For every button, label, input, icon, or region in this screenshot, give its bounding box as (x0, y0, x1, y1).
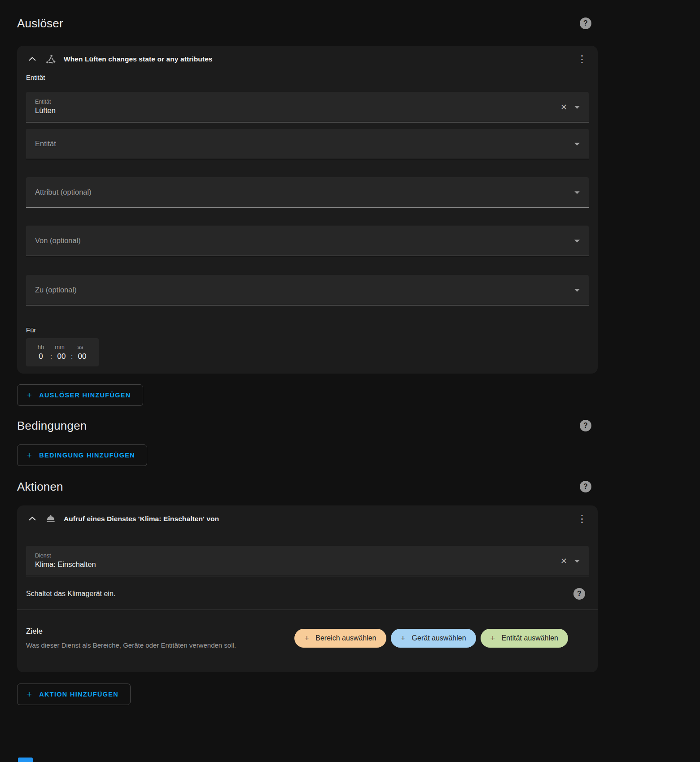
triggers-help-icon[interactable]: ? (580, 17, 591, 29)
action-card-header: Aufruf eines Dienstes 'Klima: Einschalte… (26, 505, 589, 525)
service-help-icon[interactable]: ? (573, 588, 585, 600)
duration-label: Für (26, 326, 589, 334)
seconds-input[interactable]: 00 (74, 352, 91, 361)
clear-service-icon[interactable]: ✕ (560, 557, 567, 565)
service-call-icon (45, 513, 57, 525)
actions-heading-row: Aktionen ? (17, 479, 598, 495)
action-overflow-menu-icon[interactable]: ⋮ (575, 514, 589, 524)
targets-section: Ziele Was dieser Dienst als Bereiche, Ge… (26, 627, 589, 649)
collapse-chevron-up-icon[interactable] (26, 513, 39, 525)
conditions-heading-row: Bedingungen ? (17, 418, 598, 434)
choose-area-button[interactable]: + Bereich auswählen (294, 629, 386, 648)
triggers-heading-row: Auslöser ? (17, 15, 598, 31)
service-field-value: Klima: Einschalten (35, 559, 556, 569)
plus-icon: + (26, 450, 32, 461)
entity-empty-dropdown-icon[interactable] (574, 143, 580, 145)
plus-icon: + (304, 633, 309, 643)
divider (17, 610, 598, 610)
from-select-field[interactable]: Von (optional) (26, 226, 589, 256)
trigger-overflow-menu-icon[interactable]: ⋮ (575, 54, 589, 64)
entity-picker-field[interactable]: Entität Lüften ✕ (26, 92, 589, 122)
service-description-row: Schaltet das Klimagerät ein. ? (26, 588, 589, 600)
actions-heading: Aktionen (17, 480, 63, 494)
entity-field-value: Lüften (35, 105, 556, 115)
hours-unit-label: hh (32, 344, 49, 350)
attribute-select-field[interactable]: Attribut (optional) (26, 177, 589, 208)
attribute-label: Attribut (optional) (35, 188, 556, 196)
seconds-unit-label: ss (70, 344, 91, 350)
trigger-card-header: When Lüften changes state or any attribu… (26, 46, 589, 65)
from-label: Von (optional) (35, 236, 556, 245)
add-condition-button[interactable]: + BEDINGUNG HINZUFÜGEN (17, 444, 147, 466)
trigger-card: When Lüften changes state or any attribu… (17, 46, 598, 374)
conditions-help-icon[interactable]: ? (580, 420, 591, 431)
targets-title: Ziele (26, 627, 236, 636)
choose-device-button[interactable]: + Gerät auswählen (391, 629, 476, 648)
state-trigger-icon (45, 53, 57, 65)
to-dropdown-icon[interactable] (574, 289, 580, 292)
automation-editor: Auslöser ? (0, 0, 700, 705)
plus-icon: + (26, 689, 32, 700)
minutes-input[interactable]: 00 (53, 352, 70, 361)
service-description: Schaltet das Klimagerät ein. (26, 590, 115, 598)
entity-dropdown-icon[interactable] (574, 106, 580, 109)
to-select-field[interactable]: Zu (optional) (26, 275, 589, 305)
hours-input[interactable]: 0 (32, 352, 49, 361)
collapse-chevron-up-icon[interactable] (26, 53, 39, 65)
add-trigger-button[interactable]: + AUSLÖSER HINZUFÜGEN (17, 384, 143, 406)
time-separator: : (49, 353, 53, 360)
plus-icon: + (26, 390, 32, 401)
from-dropdown-icon[interactable] (574, 239, 580, 242)
service-picker-field[interactable]: Dienst Klima: Einschalten ✕ (26, 546, 589, 576)
to-label: Zu (optional) (35, 286, 556, 294)
minutes-unit-label: mm (49, 344, 70, 350)
time-separator: : (70, 353, 74, 360)
triggers-heading: Auslöser (17, 17, 63, 30)
attribute-dropdown-icon[interactable] (574, 191, 580, 194)
actions-help-icon[interactable]: ? (580, 481, 591, 492)
add-action-button[interactable]: + AKTION HINZUFÜGEN (17, 684, 131, 705)
entity-section-label: Entität (26, 74, 589, 81)
plus-icon: + (401, 633, 406, 643)
entity-empty-label: Entität (35, 139, 556, 148)
choose-entity-button[interactable]: + Entität auswählen (481, 629, 568, 648)
clear-entity-icon[interactable]: ✕ (560, 103, 567, 111)
action-card: Aufruf eines Dienstes 'Klima: Einschalte… (17, 505, 598, 672)
plus-icon: + (490, 633, 495, 643)
duration-input: hh mm ss 0 : 00 : 00 (26, 338, 99, 366)
entity-field-label: Entität (35, 98, 556, 105)
targets-description: Was dieser Dienst als Bereiche, Geräte o… (26, 641, 236, 649)
partial-save-element[interactable] (18, 758, 33, 762)
service-dropdown-icon[interactable] (574, 560, 580, 562)
action-card-title: Aufruf eines Dienstes 'Klima: Einschalte… (64, 515, 575, 523)
conditions-heading: Bedingungen (17, 419, 87, 433)
service-field-label: Dienst (35, 552, 556, 559)
entity-picker-empty-field[interactable]: Entität (26, 129, 589, 159)
trigger-card-title: When Lüften changes state or any attribu… (64, 55, 575, 63)
